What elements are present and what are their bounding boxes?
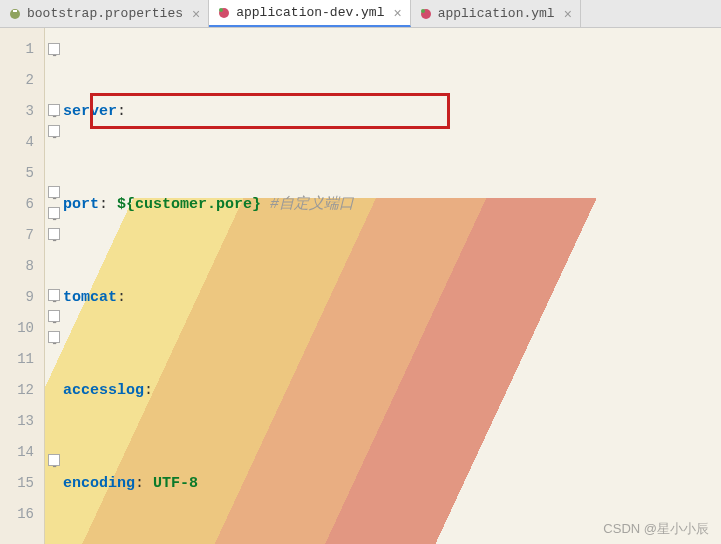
fold-toggle-icon[interactable] [48, 207, 60, 219]
code-line: tomcat: [63, 282, 486, 313]
watermark-text: CSDN @星小小辰 [603, 520, 709, 538]
yaml-key: server [63, 96, 117, 127]
tab-label: application.yml [438, 6, 555, 21]
line-number-gutter: 1 2 3 4 5 6 7 8 9 10 11 12 13 14 15 16 [0, 28, 45, 544]
fold-toggle-icon[interactable] [48, 43, 60, 55]
line-number: 14 [0, 437, 44, 468]
line-number: 13 [0, 406, 44, 437]
line-number: 7 [0, 220, 44, 251]
svg-point-3 [219, 8, 223, 12]
line-number: 9 [0, 282, 44, 313]
fold-toggle-icon[interactable] [48, 289, 60, 301]
fold-toggle-icon[interactable] [48, 186, 60, 198]
line-number: 5 [0, 158, 44, 189]
fold-toggle-icon[interactable] [48, 104, 60, 116]
close-icon[interactable]: × [192, 6, 200, 22]
editor-tab-bar: bootstrap.properties × application-dev.y… [0, 0, 721, 28]
line-number: 8 [0, 251, 44, 282]
fold-toggle-icon[interactable] [48, 125, 60, 137]
fold-toggle-icon[interactable] [48, 331, 60, 343]
fold-toggle-icon[interactable] [48, 310, 60, 322]
code-line: port: ${customer.pore} #自定义端口 [63, 189, 486, 220]
close-icon[interactable]: × [564, 6, 572, 22]
code-line: accesslog: [63, 375, 486, 406]
tab-label: application-dev.yml [236, 5, 384, 20]
code-line: encoding: UTF-8 [63, 468, 486, 499]
properties-file-icon [8, 7, 22, 21]
yaml-key: tomcat [63, 282, 117, 313]
line-number: 2 [0, 65, 44, 96]
tab-application-dev-yml[interactable]: application-dev.yml × [209, 0, 410, 27]
yaml-comment: #自定义端口 [270, 189, 354, 220]
code-area[interactable]: server: port: ${customer.pore} #自定义端口 to… [63, 28, 486, 544]
yaml-key: encoding [63, 468, 135, 499]
line-number: 15 [0, 468, 44, 499]
fold-toggle-icon[interactable] [48, 454, 60, 466]
yaml-key: port [63, 189, 99, 220]
yaml-value: UTF-8 [153, 468, 198, 499]
line-number: 1 [0, 34, 44, 65]
yaml-file-icon [419, 7, 433, 21]
tab-bootstrap-properties[interactable]: bootstrap.properties × [0, 0, 209, 27]
yaml-file-icon [217, 6, 231, 20]
line-number: 3 [0, 96, 44, 127]
svg-point-5 [421, 9, 425, 13]
line-number: 10 [0, 313, 44, 344]
line-number: 16 [0, 499, 44, 530]
line-number: 4 [0, 127, 44, 158]
tab-label: bootstrap.properties [27, 6, 183, 21]
yaml-key: accesslog [63, 375, 144, 406]
tab-application-yml[interactable]: application.yml × [411, 0, 581, 27]
fold-column [45, 28, 63, 544]
close-icon[interactable]: × [393, 5, 401, 21]
code-editor[interactable]: 1 2 3 4 5 6 7 8 9 10 11 12 13 14 15 16 s… [0, 28, 721, 544]
line-number: 6 [0, 189, 44, 220]
line-number: 11 [0, 344, 44, 375]
fold-toggle-icon[interactable] [48, 228, 60, 240]
code-line: server: [63, 96, 486, 127]
yaml-value: ${customer.pore} [117, 189, 261, 220]
svg-rect-1 [13, 10, 17, 12]
line-number: 12 [0, 375, 44, 406]
